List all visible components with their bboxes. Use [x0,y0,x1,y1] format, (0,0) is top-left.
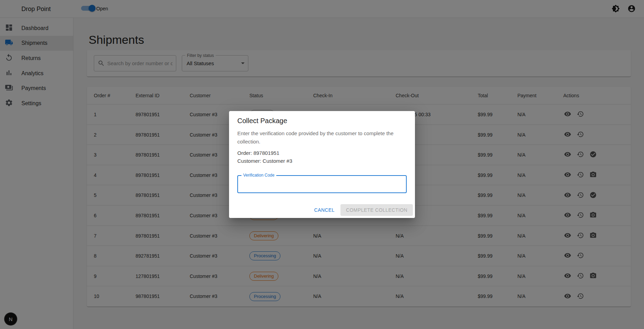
dialog-title: Collect Package [237,117,407,125]
app-window: Drop Point Open Dashboard Shipments [0,0,644,329]
collect-package-dialog: Collect Package Enter the verification c… [229,111,415,218]
verification-code-input[interactable] [238,176,406,192]
verification-code-field: Verification Code [237,175,407,193]
verification-code-label: Verification Code [241,173,276,178]
dialog-description: Enter the verification code provided by … [237,129,407,146]
dialog-order-line: Order: 897801951 [237,150,407,156]
complete-collection-button[interactable]: COMPLETE COLLECTION [340,204,413,216]
cancel-button[interactable]: CANCEL [311,205,338,216]
dialog-customer-line: Customer: Customer #3 [237,158,407,164]
